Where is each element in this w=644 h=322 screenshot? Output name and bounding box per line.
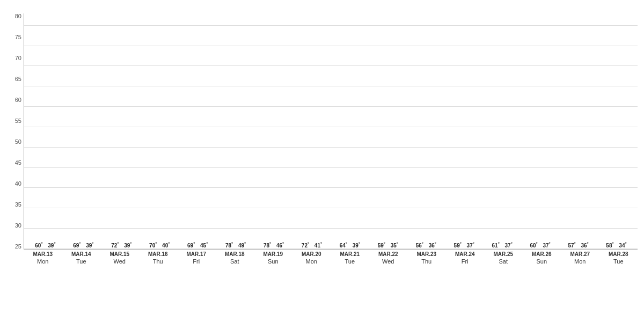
tmin-label: 41° — [314, 241, 322, 248]
day-group: 56°36° — [407, 241, 445, 249]
tmax-label: 64° — [340, 241, 347, 248]
x-date: MAR.26 — [532, 251, 552, 257]
tmin-label: 36° — [429, 241, 436, 248]
chart-subtitle — [6, 4, 12, 12]
y-axis-label: 70 — [15, 55, 21, 61]
x-day: Mon — [37, 258, 48, 265]
tmax-bar-wrapper: 58° — [604, 241, 616, 249]
tmin-bar-wrapper: 40° — [160, 241, 172, 249]
x-date: MAR.15 — [109, 251, 129, 257]
day-group: 69°45° — [179, 241, 217, 249]
x-day: Tue — [613, 258, 624, 265]
tmax-bar-wrapper: 59° — [452, 241, 464, 249]
tmin-bar-wrapper: 39° — [122, 241, 134, 249]
x-day: Wed — [114, 258, 126, 265]
tmax-bar-wrapper: 56° — [414, 241, 426, 249]
day-group: 59°35° — [369, 241, 407, 249]
tmin-bar-wrapper: 39° — [84, 241, 96, 249]
tmax-label: 58° — [606, 241, 613, 248]
x-label-group: MAR.21Tue — [331, 250, 369, 276]
x-date: MAR.24 — [455, 251, 475, 257]
tmax-bar-wrapper: 70° — [147, 241, 159, 249]
x-day: Sun — [268, 258, 279, 265]
x-date: MAR.16 — [148, 251, 168, 257]
tmin-label: 39° — [86, 241, 93, 248]
x-day: Tue — [345, 258, 355, 265]
x-day: Mon — [306, 258, 317, 265]
tmin-bar-wrapper: 37° — [465, 241, 477, 249]
x-day: Sat — [230, 258, 239, 265]
x-day: Wed — [382, 258, 394, 265]
x-date: MAR.27 — [570, 251, 590, 257]
y-axis-label: 45 — [15, 160, 21, 166]
tmax-bar-wrapper: 78° — [223, 241, 235, 249]
tmin-bar-wrapper: 41° — [312, 241, 324, 249]
x-label-group: MAR.24Fri — [446, 250, 485, 276]
x-label-group: MAR.26Sun — [523, 250, 561, 276]
x-day: Thu — [421, 258, 431, 265]
tmin-bar-wrapper: 34° — [617, 241, 629, 249]
tmax-bar-wrapper: 69° — [71, 241, 83, 249]
tmax-label: 78° — [264, 241, 271, 248]
x-day: Fri — [462, 258, 469, 265]
tmin-bar-wrapper: 46° — [274, 241, 286, 249]
tmin-label: 39° — [353, 241, 360, 248]
x-label-group: MAR.23Thu — [407, 250, 446, 276]
plot-area: 60°39°69°39°72°39°70°40°69°45°78°49°78°4… — [24, 13, 638, 250]
x-label-group: MAR.14Tue — [62, 250, 101, 276]
x-label-group: MAR.18Sat — [216, 250, 254, 276]
x-label-group: MAR.19Sun — [254, 250, 292, 276]
y-axis-label: 25 — [15, 244, 21, 250]
tmax-label: 59° — [378, 241, 385, 248]
day-group: 70°40° — [141, 241, 179, 249]
tmax-label: 70° — [149, 241, 157, 248]
x-day: Sat — [499, 258, 508, 265]
y-axis-label: 55 — [15, 118, 21, 124]
tmin-bar-wrapper: 35° — [389, 241, 400, 249]
tmin-label: 40° — [162, 241, 170, 248]
x-label-group: MAR.22Wed — [369, 250, 408, 276]
x-label-group: MAR.20Mon — [292, 250, 331, 276]
y-axis: 807570656055504540353025 — [6, 13, 24, 250]
tmax-label: 69° — [187, 241, 195, 248]
day-group: 59°37° — [445, 241, 483, 249]
bars-container: 60°39°69°39°72°39°70°40°69°45°78°49°78°4… — [24, 13, 638, 249]
x-date: MAR.17 — [186, 251, 206, 257]
x-label-group: MAR.28Tue — [599, 250, 638, 276]
tmin-bar-wrapper: 49° — [236, 241, 248, 249]
tmin-bar-wrapper: 37° — [503, 241, 515, 249]
tmin-label: 37° — [505, 241, 513, 248]
x-date: MAR.25 — [493, 251, 513, 257]
tmin-label: 39° — [124, 241, 131, 248]
day-group: 58°34° — [597, 241, 635, 249]
tmin-label: 35° — [391, 241, 398, 248]
x-date: MAR.19 — [263, 251, 283, 257]
header-left — [6, 4, 12, 12]
tmin-label: 46° — [276, 241, 284, 248]
tmax-label: 60° — [530, 241, 537, 248]
tmax-bar-wrapper: 72° — [109, 241, 121, 249]
x-labels: MAR.13MonMAR.14TueMAR.15WedMAR.16ThuMAR.… — [24, 250, 638, 276]
day-group: 78°49° — [217, 241, 255, 249]
y-axis-label: 35 — [15, 202, 21, 208]
tmin-bar-wrapper: 45° — [198, 241, 210, 249]
day-group: 57°36° — [559, 241, 597, 249]
x-date: MAR.22 — [378, 251, 398, 257]
tmax-label: 61° — [492, 241, 500, 248]
tmax-bar-wrapper: 59° — [376, 241, 387, 249]
x-date: MAR.21 — [340, 251, 360, 257]
tmax-label: 72° — [111, 241, 119, 248]
y-axis-label: 75 — [15, 34, 21, 40]
tmin-label: 45° — [200, 241, 208, 248]
x-day: Sun — [536, 258, 547, 265]
x-date: MAR.14 — [71, 251, 91, 257]
tmin-bar-wrapper: 39° — [350, 241, 362, 249]
tmax-bar-wrapper: 69° — [185, 241, 197, 249]
tmin-label: 49° — [238, 241, 246, 248]
header — [0, 0, 644, 13]
tmin-label: 37° — [543, 241, 550, 248]
x-date: MAR.13 — [33, 251, 53, 257]
x-day: Tue — [76, 258, 86, 265]
tmin-bar-wrapper: 37° — [541, 241, 553, 249]
x-label-group: MAR.16Thu — [139, 250, 178, 276]
